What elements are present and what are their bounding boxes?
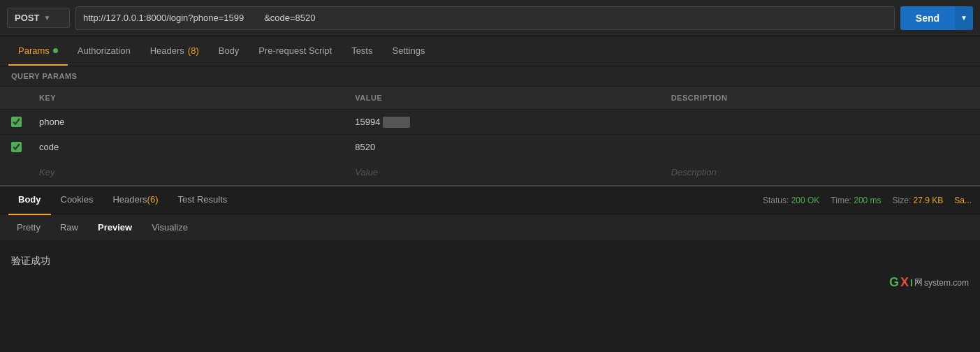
resp-tab-test-results[interactable]: Test Results <box>168 186 237 215</box>
row1-checkbox[interactable] <box>11 117 22 127</box>
view-tab-preview[interactable]: Preview <box>89 219 140 236</box>
view-tab-raw-label: Raw <box>60 222 78 233</box>
size-label: Size: 27.9 KB <box>893 196 944 205</box>
tab-settings-label: Settings <box>392 45 425 56</box>
row2-checkbox[interactable] <box>11 142 22 152</box>
method-label: POST <box>15 13 39 23</box>
resp-tab-cookies-label: Cookies <box>61 194 94 205</box>
resp-tab-cookies[interactable]: Cookies <box>51 186 103 215</box>
placeholder-value: Value <box>348 163 664 182</box>
headers-badge: (8) <box>188 45 199 56</box>
desc-col-header: DESCRIPTION <box>664 91 980 105</box>
url-input[interactable] <box>75 6 895 30</box>
row1-check-cell <box>0 117 32 127</box>
status-value: 200 OK <box>791 196 820 205</box>
tab-authorization[interactable]: Authorization <box>68 36 140 66</box>
tab-settings[interactable]: Settings <box>382 36 434 66</box>
watermark-prefix: 网 <box>914 277 923 288</box>
row1-value-text: 15994 <box>355 117 380 127</box>
row1-key: phone <box>32 112 348 131</box>
resp-tab-test-results-label: Test Results <box>178 194 228 205</box>
status-label: Status: 200 OK <box>763 196 819 205</box>
row2-value: 8520 <box>348 138 664 156</box>
request-tabs-row: Params Authorization Headers (8) Body Pr… <box>0 36 980 66</box>
params-table: KEY VALUE DESCRIPTION phone 15994 code 8… <box>0 87 980 185</box>
key-col-header: KEY <box>32 91 348 105</box>
send-button-group: Send ▼ <box>900 6 973 30</box>
view-tab-visualize[interactable]: Visualize <box>143 219 196 236</box>
row1-value-blurred <box>383 117 410 128</box>
row1-value: 15994 <box>348 112 664 132</box>
send-button[interactable]: Send <box>900 6 955 30</box>
row2-desc <box>664 143 980 152</box>
tab-tests-label: Tests <box>351 45 372 56</box>
response-body: 验证成功 G X I 网 system.com <box>0 241 980 297</box>
table-header: KEY VALUE DESCRIPTION <box>0 87 980 110</box>
view-tab-pretty[interactable]: Pretty <box>8 219 49 236</box>
tab-body-label: Body <box>219 45 240 56</box>
view-tab-raw[interactable]: Raw <box>52 219 87 236</box>
resp-tab-headers[interactable]: Headers (6) <box>103 186 168 215</box>
response-tabs: Body Cookies Headers (6) Test Results <box>8 186 237 215</box>
method-selector[interactable]: POST ▼ <box>7 8 70 28</box>
view-tab-preview-label: Preview <box>98 222 132 233</box>
tab-tests[interactable]: Tests <box>342 36 382 66</box>
save-response-button[interactable]: Sa... <box>954 196 972 205</box>
row2-check-cell <box>0 142 32 152</box>
resp-tab-body-label: Body <box>18 194 41 205</box>
watermark-g: G <box>889 275 899 290</box>
response-text: 验证成功 <box>11 255 50 267</box>
view-tab-visualize-label: Visualize <box>152 222 188 233</box>
request-tabs-section: Params Authorization Headers (8) Body Pr… <box>0 36 980 66</box>
row2-key: code <box>32 138 348 156</box>
time-label: Time: 200 ms <box>831 196 881 205</box>
resp-headers-badge: (6) <box>147 194 159 205</box>
watermark-site: system.com <box>924 278 969 288</box>
url-bar: POST ▼ Send ▼ <box>0 0 980 36</box>
tab-authorization-label: Authorization <box>78 45 131 56</box>
tab-params-label: Params <box>18 45 50 56</box>
tab-headers-label: Headers <box>150 45 184 56</box>
watermark: G X I 网 system.com <box>889 275 969 290</box>
value-col-header: VALUE <box>348 91 664 105</box>
tab-params[interactable]: Params <box>8 36 68 66</box>
row1-desc <box>664 118 980 126</box>
tab-body[interactable]: Body <box>209 36 249 66</box>
table-row-placeholder: Key Value Description <box>0 160 980 185</box>
view-tab-pretty-label: Pretty <box>17 222 41 233</box>
placeholder-desc: Description <box>664 163 980 182</box>
size-value: 27.9 KB <box>914 196 944 205</box>
query-params-section-label: Query Params <box>0 66 980 87</box>
watermark-x: X <box>900 275 909 290</box>
response-bar: Body Cookies Headers (6) Test Results St… <box>0 185 980 214</box>
tab-prerequest-label: Pre-request Script <box>258 45 332 56</box>
watermark-i: I <box>910 277 913 288</box>
view-tabs-row: Pretty Raw Preview Visualize <box>0 214 980 241</box>
time-value: 200 ms <box>854 196 881 205</box>
resp-tab-body[interactable]: Body <box>8 186 51 215</box>
method-chevron-icon: ▼ <box>43 14 50 22</box>
placeholder-key: Key <box>32 163 348 182</box>
table-row: code 8520 <box>0 135 980 160</box>
params-dot-indicator <box>53 48 58 53</box>
send-dropdown-button[interactable]: ▼ <box>955 6 973 30</box>
resp-tab-headers-label: Headers <box>112 194 147 205</box>
tab-prerequest[interactable]: Pre-request Script <box>249 36 342 66</box>
status-info: Status: 200 OK Time: 200 ms Size: 27.9 K… <box>763 196 972 205</box>
tab-headers[interactable]: Headers (8) <box>140 36 209 66</box>
table-row: phone 15994 <box>0 110 980 135</box>
